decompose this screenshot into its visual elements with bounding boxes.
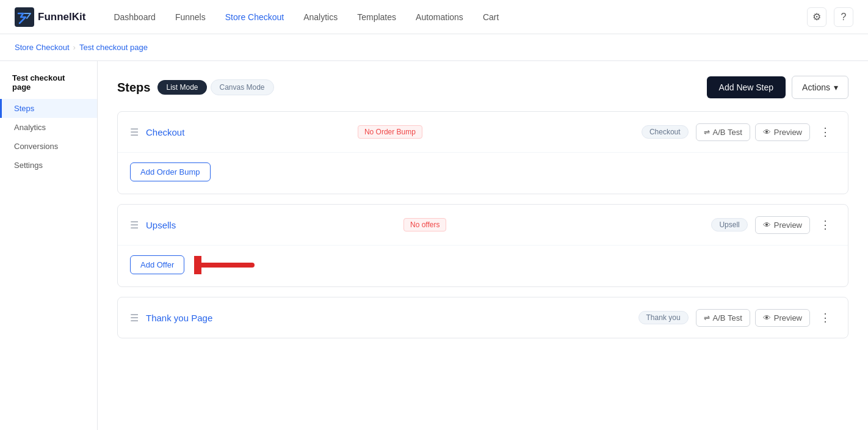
- step-checkout-actions: ⇌ A/B Test 👁 Preview ⋮: [696, 122, 836, 142]
- badge-no-offers: No offers: [403, 218, 446, 231]
- eye-icon-thankyou: 👁: [763, 313, 771, 322]
- breadcrumb-separator: ›: [73, 43, 76, 52]
- ab-test-label-checkout: A/B Test: [713, 128, 742, 137]
- settings-icon-button[interactable]: ⚙: [807, 7, 826, 27]
- nav-link-dashboard[interactable]: Dashboard: [105, 9, 164, 26]
- more-options-checkout[interactable]: ⋮: [815, 122, 836, 142]
- add-offer-button[interactable]: Add Offer: [130, 255, 184, 274]
- badge-no-order-bump: No Order Bump: [358, 125, 422, 139]
- drag-handle-icon[interactable]: ☰: [130, 126, 139, 138]
- add-step-label: Add New Step: [719, 82, 774, 92]
- help-icon-button[interactable]: ?: [834, 7, 853, 27]
- badge-type-upsell: Upsell: [711, 218, 747, 231]
- step-card-checkout: ☰ Checkout No Order Bump Checkout ⇌ A/B …: [117, 111, 848, 194]
- actions-button[interactable]: Actions ▾: [792, 76, 848, 99]
- nav-link-templates[interactable]: Templates: [349, 9, 405, 26]
- steps-actions-area: Add New Step Actions ▾: [707, 76, 848, 99]
- step-name-checkout[interactable]: Checkout: [146, 127, 350, 137]
- step-card-upsells: ☰ Upsells No offers Upsell 👁 Preview ⋮ A…: [117, 204, 848, 287]
- breadcrumb: Store Checkout › Test checkout page: [0, 34, 868, 61]
- steps-title: Steps: [117, 81, 150, 95]
- more-options-upsells[interactable]: ⋮: [815, 214, 836, 235]
- preview-button-checkout[interactable]: 👁 Preview: [755, 123, 810, 141]
- brand-logo[interactable]: FunnelKit: [15, 7, 85, 27]
- badge-type-thankyou: Thank you: [638, 311, 689, 324]
- nav-link-funnels[interactable]: Funnels: [167, 9, 214, 26]
- step-name-thankyou[interactable]: Thank you Page: [146, 313, 385, 323]
- actions-label: Actions: [802, 82, 830, 92]
- step-upsells-actions: 👁 Preview ⋮: [755, 214, 836, 235]
- list-mode-button[interactable]: List Mode: [157, 80, 206, 95]
- nav-link-automations[interactable]: Automations: [407, 9, 472, 26]
- step-card-upsells-body: Add Offer: [118, 245, 848, 286]
- breadcrumb-current: Test checkout page: [79, 43, 148, 52]
- add-order-bump-button[interactable]: Add Order Bump: [130, 162, 211, 181]
- chevron-down-icon: ▾: [834, 82, 838, 92]
- ab-test-button-checkout[interactable]: ⇌ A/B Test: [696, 123, 750, 141]
- more-options-thankyou[interactable]: ⋮: [815, 307, 836, 328]
- ab-test-label-thankyou: A/B Test: [713, 313, 742, 322]
- add-new-step-button[interactable]: Add New Step: [707, 76, 786, 98]
- eye-icon-upsells: 👁: [763, 220, 771, 230]
- step-name-upsells[interactable]: Upsells: [146, 220, 396, 230]
- sidebar-item-analytics[interactable]: Analytics: [0, 118, 97, 137]
- preview-button-thankyou[interactable]: 👁 Preview: [755, 309, 810, 327]
- badge-type-checkout: Checkout: [642, 125, 689, 139]
- sidebar: Test checkout page Steps Analytics Conve…: [0, 61, 98, 430]
- breadcrumb-parent[interactable]: Store Checkout: [15, 43, 70, 52]
- preview-button-upsells[interactable]: 👁 Preview: [755, 216, 810, 234]
- step-card-upsells-header: ☰ Upsells No offers Upsell 👁 Preview ⋮: [118, 205, 848, 245]
- step-card-checkout-body: Add Order Bump: [118, 152, 848, 194]
- preview-label-checkout: Preview: [774, 128, 802, 137]
- step-card-thankyou: ☰ Thank you Page Thank you ⇌ A/B Test 👁 …: [117, 297, 848, 338]
- nav-icon-area: ⚙ ?: [807, 7, 853, 27]
- step-card-checkout-header: ☰ Checkout No Order Bump Checkout ⇌ A/B …: [118, 112, 848, 152]
- eye-icon-checkout: 👁: [763, 128, 771, 137]
- step-thankyou-actions: ⇌ A/B Test 👁 Preview ⋮: [696, 307, 836, 328]
- preview-label-upsells: Preview: [774, 220, 802, 230]
- top-navigation: FunnelKit Dashboard Funnels Store Checko…: [0, 0, 868, 34]
- sidebar-item-steps[interactable]: Steps: [0, 99, 97, 118]
- nav-link-analytics[interactable]: Analytics: [295, 9, 346, 26]
- sidebar-title: Test checkout page: [0, 73, 97, 99]
- sidebar-item-settings[interactable]: Settings: [0, 156, 97, 175]
- steps-title-area: Steps List Mode Canvas Mode: [117, 79, 274, 95]
- brand-name: FunnelKit: [38, 11, 85, 23]
- main-content: Steps List Mode Canvas Mode Add New Step…: [98, 61, 868, 430]
- drag-handle-icon-upsells[interactable]: ☰: [130, 219, 139, 231]
- ab-test-icon-thankyou: ⇌: [704, 313, 710, 322]
- nav-link-store-checkout[interactable]: Store Checkout: [217, 9, 293, 26]
- step-card-thankyou-header: ☰ Thank you Page Thank you ⇌ A/B Test 👁 …: [118, 297, 848, 338]
- red-arrow-icon: [194, 256, 255, 274]
- ab-test-icon: ⇌: [704, 128, 710, 136]
- mode-toggle: List Mode Canvas Mode: [157, 79, 273, 95]
- sidebar-item-conversions[interactable]: Conversions: [0, 137, 97, 156]
- preview-label-thankyou: Preview: [774, 313, 802, 322]
- ab-test-button-thankyou[interactable]: ⇌ A/B Test: [696, 309, 750, 327]
- drag-handle-icon-thankyou[interactable]: ☰: [130, 312, 139, 324]
- steps-header: Steps List Mode Canvas Mode Add New Step…: [117, 76, 848, 99]
- nav-link-cart[interactable]: Cart: [474, 9, 507, 26]
- nav-links: Dashboard Funnels Store Checkout Analyti…: [105, 9, 807, 26]
- canvas-mode-button[interactable]: Canvas Mode: [211, 79, 274, 95]
- app-layout: Test checkout page Steps Analytics Conve…: [0, 61, 868, 430]
